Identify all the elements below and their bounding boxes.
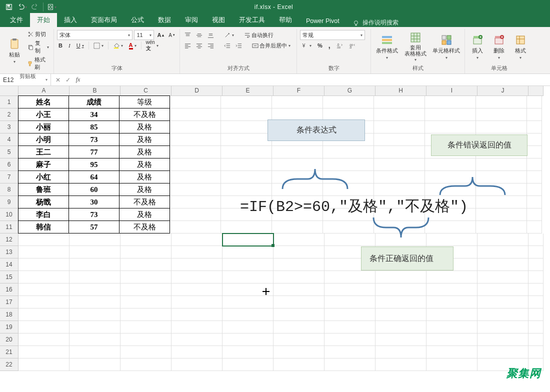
cell[interactable] (274, 296, 324, 308)
cell[interactable] (324, 284, 376, 296)
cell[interactable] (221, 184, 272, 196)
cell[interactable]: 成绩 (68, 96, 120, 108)
cell[interactable] (376, 334, 426, 346)
cell[interactable] (374, 171, 425, 184)
cell[interactable]: 不及格 (119, 196, 170, 208)
cell[interactable]: 姓名 (18, 96, 69, 108)
cell[interactable]: 73 (68, 133, 120, 146)
cell[interactable] (222, 296, 274, 308)
cell[interactable] (120, 234, 172, 246)
cell[interactable] (222, 308, 274, 321)
cell[interactable]: 等级 (119, 96, 170, 108)
cell[interactable] (426, 296, 478, 308)
cell[interactable] (527, 134, 542, 146)
tab-data[interactable]: 数据 (151, 13, 178, 27)
font-color-button[interactable]: A (128, 42, 138, 50)
cell[interactable]: 李白 (18, 208, 69, 221)
tab-file[interactable]: 文件 (3, 13, 30, 27)
fx-icon[interactable]: fx (74, 76, 82, 84)
column-header[interactable]: C (120, 86, 172, 96)
cell[interactable]: 麻子 (18, 158, 69, 171)
cell[interactable] (70, 258, 120, 271)
cell[interactable] (527, 158, 542, 171)
align-top-button[interactable] (183, 32, 192, 39)
column-header[interactable]: J (478, 86, 528, 96)
cell[interactable] (374, 158, 425, 171)
cell[interactable] (476, 208, 527, 221)
cell[interactable] (70, 284, 120, 296)
cell[interactable] (172, 258, 222, 271)
cell[interactable] (527, 171, 542, 184)
cell[interactable] (478, 271, 528, 284)
cell[interactable] (221, 121, 272, 134)
cell[interactable] (272, 96, 323, 108)
cell[interactable] (527, 96, 542, 108)
cell[interactable] (376, 346, 426, 358)
cell[interactable] (527, 121, 542, 134)
cell[interactable] (426, 271, 478, 284)
cell[interactable] (528, 284, 544, 296)
cell[interactable] (527, 221, 542, 234)
cell[interactable] (221, 134, 272, 146)
cell[interactable] (70, 334, 120, 346)
cell[interactable]: 及格 (119, 170, 170, 184)
cell[interactable]: 30 (68, 196, 120, 208)
column-header[interactable]: B (70, 86, 120, 96)
cell[interactable] (170, 171, 221, 184)
cell[interactable]: 鲁班 (18, 183, 69, 196)
row-header[interactable]: 5 (0, 146, 18, 158)
cell[interactable] (222, 321, 274, 334)
bold-button[interactable]: B (57, 42, 64, 49)
row-header[interactable]: 8 (0, 184, 18, 196)
wrap-text-button[interactable]: 自动换行 (242, 31, 275, 40)
tab-layout[interactable]: 页面布局 (84, 13, 124, 27)
cell[interactable] (376, 358, 426, 371)
cell[interactable] (18, 334, 70, 346)
cell[interactable] (170, 196, 221, 208)
cell[interactable] (274, 358, 324, 371)
cell[interactable] (426, 334, 478, 346)
underline-button[interactable]: U (75, 42, 86, 49)
align-center-button[interactable] (194, 42, 204, 50)
cell[interactable] (478, 284, 528, 296)
cell[interactable] (18, 346, 70, 358)
cell[interactable] (18, 308, 70, 321)
cell[interactable] (426, 284, 478, 296)
align-bottom-button[interactable] (206, 32, 216, 39)
cell[interactable] (374, 134, 425, 146)
conditional-format-button[interactable]: 条件格式▾ (374, 32, 400, 62)
cell[interactable] (70, 271, 120, 284)
increase-indent-button[interactable] (234, 42, 244, 50)
column-header[interactable]: H (376, 86, 426, 96)
cell[interactable] (376, 296, 426, 308)
cell[interactable] (170, 158, 221, 171)
cell[interactable]: 34 (68, 108, 120, 121)
cell[interactable] (478, 308, 528, 321)
cell[interactable] (170, 108, 221, 121)
cell[interactable] (221, 96, 272, 108)
cell[interactable] (324, 321, 376, 334)
cell[interactable] (528, 334, 544, 346)
cell[interactable] (323, 221, 374, 234)
cell[interactable]: 57 (68, 220, 120, 234)
cell[interactable] (426, 321, 478, 334)
cell-styles-button[interactable]: 单元格样式▾ (431, 32, 462, 62)
cell[interactable] (478, 346, 528, 358)
cell[interactable] (222, 334, 274, 346)
cell[interactable] (323, 146, 374, 158)
tell-me-search[interactable]: 操作说明搜索 (346, 18, 398, 27)
cell[interactable] (425, 158, 476, 171)
cell[interactable] (120, 346, 172, 358)
cell[interactable] (274, 246, 324, 258)
cell[interactable] (528, 271, 544, 284)
decrease-indent-button[interactable] (222, 42, 232, 50)
cell[interactable] (221, 108, 272, 121)
cell[interactable] (70, 246, 120, 258)
cell[interactable] (70, 296, 120, 308)
tab-powerpivot[interactable]: Power Pivot (299, 14, 346, 27)
cell[interactable] (374, 146, 425, 158)
tab-home[interactable]: 开始 (30, 13, 57, 27)
cell[interactable] (374, 96, 425, 108)
cell[interactable] (426, 346, 478, 358)
cell[interactable] (172, 346, 222, 358)
